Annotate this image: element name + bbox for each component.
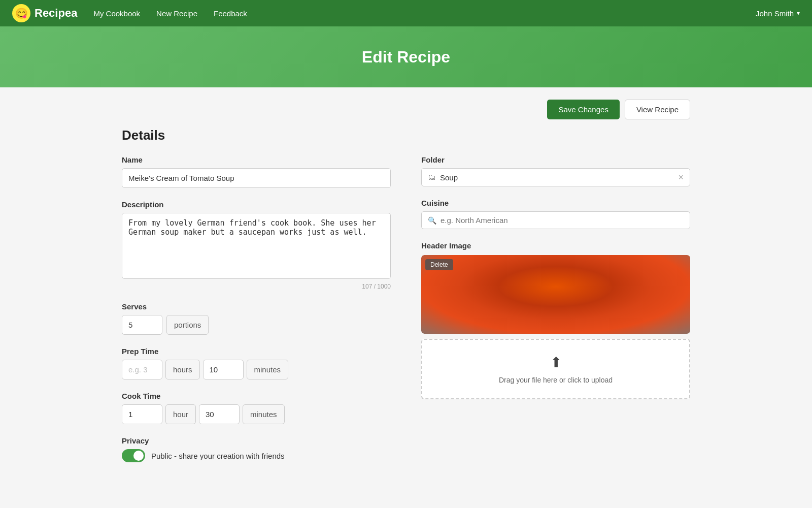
chevron-down-icon: ▾ — [797, 10, 800, 17]
folder-field-group: Folder 🗂 Soup × — [421, 155, 690, 186]
privacy-field-group: Privacy Public - share your creation wit… — [122, 436, 391, 462]
header-image-preview: Delete — [421, 255, 690, 334]
cuisine-field-group: Cuisine 🔍 — [421, 199, 690, 229]
cook-time-label: Cook Time — [122, 392, 391, 400]
folder-label: Folder — [421, 155, 690, 164]
description-input[interactable]: From my lovely German friend's cook book… — [122, 213, 391, 279]
header-image-field-group: Header Image Delete ⬆ Drag your file her… — [421, 241, 690, 399]
prep-time-label: Prep Time — [122, 347, 391, 356]
cuisine-input[interactable] — [441, 216, 684, 225]
serves-field-group: Serves portions — [122, 302, 391, 335]
main-content: Save Changes View Recipe Details Name De… — [101, 87, 710, 505]
form-grid: Name Description From my lovely German f… — [122, 155, 690, 474]
save-changes-button[interactable]: Save Changes — [547, 100, 619, 119]
cuisine-field: 🔍 — [421, 211, 690, 229]
cook-hours-unit: hour — [165, 404, 196, 424]
details-section-title: Details — [122, 128, 690, 143]
nav-new-recipe[interactable]: New Recipe — [156, 9, 197, 18]
folder-icon: 🗂 — [428, 173, 436, 182]
prep-hours-input[interactable] — [122, 360, 162, 379]
cook-time-row: hour minutes — [122, 404, 391, 424]
privacy-label: Privacy — [122, 436, 391, 445]
name-label: Name — [122, 155, 391, 164]
action-bar: Save Changes View Recipe — [122, 100, 690, 119]
name-field-group: Name — [122, 155, 391, 188]
prep-minutes-input[interactable] — [203, 360, 244, 379]
description-field-group: Description From my lovely German friend… — [122, 200, 391, 290]
name-input[interactable] — [122, 168, 391, 188]
prep-hours-unit: hours — [165, 360, 200, 379]
form-left: Name Description From my lovely German f… — [122, 155, 391, 474]
folder-clear-button[interactable]: × — [678, 173, 684, 182]
folder-field: 🗂 Soup × — [421, 168, 690, 186]
header-image-label: Header Image — [421, 241, 690, 250]
brand-name: Recipea — [35, 7, 77, 20]
form-right: Folder 🗂 Soup × Cuisine 🔍 Header Image — [421, 155, 690, 474]
user-menu[interactable]: John Smith ▾ — [756, 9, 800, 18]
serves-label: Serves — [122, 302, 391, 311]
privacy-text: Public - share your creation with friend… — [151, 452, 285, 460]
page-title: Edit Recipe — [362, 48, 450, 67]
cuisine-label: Cuisine — [421, 199, 690, 207]
soup-image — [421, 255, 690, 334]
upload-icon: ⬆ — [432, 354, 679, 371]
prep-time-field-group: Prep Time hours minutes — [122, 347, 391, 379]
serves-row: portions — [122, 315, 391, 335]
prep-minutes-unit: minutes — [247, 360, 289, 379]
serves-input[interactable] — [122, 315, 162, 335]
navbar: 😋 Recipea My Cookbook New Recipe Feedbac… — [0, 0, 812, 26]
serves-unit: portions — [166, 315, 209, 335]
search-icon: 🔍 — [428, 216, 436, 225]
cook-time-field-group: Cook Time hour minutes — [122, 392, 391, 424]
prep-time-row: hours minutes — [122, 360, 391, 379]
view-recipe-button[interactable]: View Recipe — [625, 100, 690, 119]
description-label: Description — [122, 200, 391, 209]
upload-area[interactable]: ⬆ Drag your file here or click to upload — [421, 339, 690, 399]
upload-text: Drag your file here or click to upload — [432, 376, 679, 384]
nav-my-cookbook[interactable]: My Cookbook — [93, 9, 140, 18]
hero-banner: Edit Recipe — [0, 26, 812, 87]
folder-value: Soup — [440, 173, 674, 182]
privacy-row: Public - share your creation with friend… — [122, 449, 391, 462]
brand-logo: 😋 — [12, 4, 30, 22]
cook-minutes-input[interactable] — [199, 404, 240, 424]
char-count: 107 / 1000 — [122, 283, 391, 290]
nav-feedback[interactable]: Feedback — [214, 9, 247, 18]
brand-emoji: 😋 — [15, 7, 28, 19]
toggle-thumb — [133, 451, 144, 461]
delete-image-button[interactable]: Delete — [425, 259, 453, 270]
toggle-track — [122, 449, 145, 462]
privacy-toggle[interactable] — [122, 449, 145, 462]
cook-hours-input[interactable] — [122, 404, 162, 424]
brand-logo-link[interactable]: 😋 Recipea — [12, 4, 77, 22]
user-name: John Smith — [756, 9, 794, 18]
cook-minutes-unit: minutes — [243, 404, 285, 424]
